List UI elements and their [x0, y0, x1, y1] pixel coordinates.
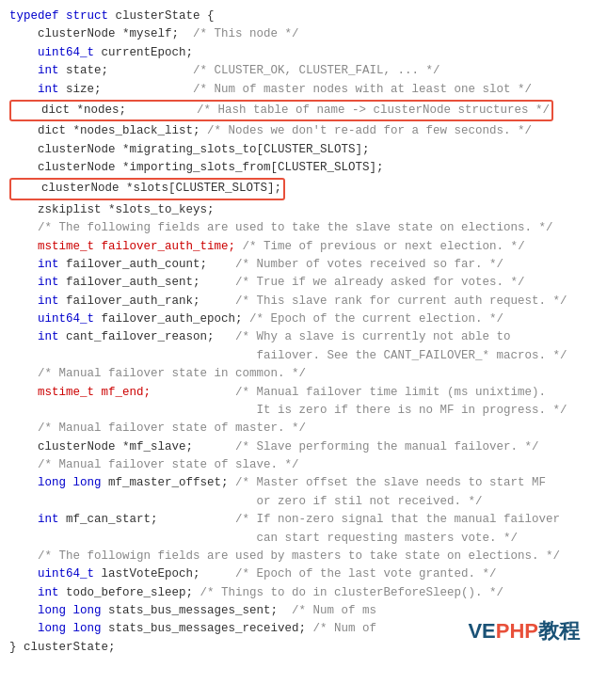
watermark-suffix: 教程 — [538, 619, 580, 643]
line-28: int mf_can_start; /* If non-zero signal … — [9, 511, 582, 529]
line-9: clusterNode *importing_slots_from[CLUSTE… — [9, 159, 582, 177]
line-6: dict *nodes; /* Hash table of name -> cl… — [9, 99, 582, 122]
line-1: typedef struct clusterState { — [9, 8, 582, 25]
line-29: can start requesting masters vote. */ — [9, 530, 582, 548]
line-17: uint64_t failover_auth_epoch; /* Epoch o… — [9, 310, 582, 328]
code-viewer: typedef struct clusterState { clusterNod… — [0, 0, 591, 664]
line-15: int failover_auth_sent; /* True if we al… — [9, 274, 582, 292]
line-11: zskiplist *slots_to_keys; — [9, 201, 582, 219]
line-19: failover. See the CANT_FAILOVER_* macros… — [9, 347, 582, 365]
line-18: int cant_failover_reason; /* Why a slave… — [9, 328, 582, 346]
watermark-middle: PHP — [496, 619, 538, 643]
line-2: clusterNode *myself; /* This node */ — [9, 25, 582, 43]
line-12: /* The following fields are used to take… — [9, 219, 582, 237]
watermark: VEPHP教程 — [468, 615, 580, 647]
watermark-prefix: VE — [468, 619, 495, 643]
line-22: It is zero if there is no MF in progress… — [9, 402, 582, 420]
line-3: uint64_t currentEpoch; — [9, 44, 582, 62]
line-25: /* Manual failover state of slave. */ — [9, 456, 582, 474]
line-27: or zero if stil not received. */ — [9, 493, 582, 511]
line-16: int failover_auth_rank; /* This slave ra… — [9, 293, 582, 310]
line-13: mstime_t failover_auth_time; /* Time of … — [9, 238, 582, 256]
line-4: int state; /* CLUSTER_OK, CLUSTER_FAIL, … — [9, 62, 582, 80]
line-5: int size; /* Num of master nodes with at… — [9, 81, 582, 99]
line-20: /* Manual failover state in common. */ — [9, 365, 582, 383]
boxed-line-slots: clusterNode *slots[CLUSTER_SLOTS]; — [9, 177, 582, 200]
line-32: int todo_before_sleep; /* Things to do i… — [9, 584, 582, 602]
line-24: clusterNode *mf_slave; /* Slave performi… — [9, 438, 582, 456]
line-31: uint64_t lastVoteEpoch; /* Epoch of the … — [9, 565, 582, 583]
line-7: dict *nodes_black_list; /* Nodes we don'… — [9, 122, 582, 140]
boxed-line-nodes: dict *nodes; /* Hash table of name -> cl… — [9, 99, 582, 122]
line-30: /* The followign fields are used by mast… — [9, 548, 582, 565]
line-23: /* Manual failover state of master. */ — [9, 420, 582, 438]
line-14: int failover_auth_count; /* Number of vo… — [9, 256, 582, 274]
line-21: mstime_t mf_end; /* Manual failover time… — [9, 384, 582, 402]
line-10: clusterNode *slots[CLUSTER_SLOTS]; — [9, 177, 582, 200]
line-26: long long mf_master_offset; /* Master of… — [9, 474, 582, 492]
line-8: clusterNode *migrating_slots_to[CLUSTER_… — [9, 141, 582, 159]
